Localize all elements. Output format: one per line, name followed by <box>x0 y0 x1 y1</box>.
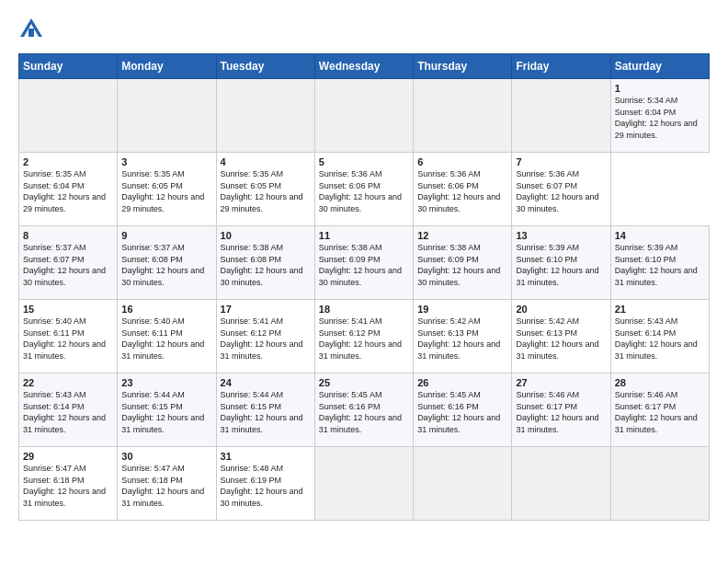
calendar-cell-empty <box>216 79 314 153</box>
calendar-cell-24: 24Sunrise: 5:44 AMSunset: 6:15 PMDayligh… <box>216 373 314 447</box>
calendar-week-3: 8Sunrise: 5:37 AMSunset: 6:07 PMDaylight… <box>19 226 710 300</box>
calendar-cell-27: 27Sunrise: 5:46 AMSunset: 6:17 PMDayligh… <box>512 373 610 447</box>
header-day-tuesday: Tuesday <box>216 54 314 79</box>
calendar-week-4: 15Sunrise: 5:40 AMSunset: 6:11 PMDayligh… <box>19 300 710 373</box>
header-day-friday: Friday <box>512 54 610 79</box>
logo <box>18 17 48 42</box>
header-day-wednesday: Wednesday <box>314 54 413 79</box>
calendar-cell-23: 23Sunrise: 5:44 AMSunset: 6:15 PMDayligh… <box>118 373 216 447</box>
calendar-cell-18: 18Sunrise: 5:41 AMSunset: 6:12 PMDayligh… <box>314 300 413 373</box>
calendar-cell-3: 3Sunrise: 5:35 AMSunset: 6:05 PMDaylight… <box>118 153 216 226</box>
calendar-cell-13: 13Sunrise: 5:39 AMSunset: 6:10 PMDayligh… <box>512 226 610 300</box>
calendar-cell-9: 9Sunrise: 5:37 AMSunset: 6:08 PMDaylight… <box>118 226 216 300</box>
calendar-cell-empty <box>512 79 610 153</box>
calendar-cell-empty <box>610 447 709 521</box>
calendar-cell-21: 21Sunrise: 5:43 AMSunset: 6:14 PMDayligh… <box>610 300 709 373</box>
calendar-container: SundayMondayTuesdayWednesdayThursdayFrid… <box>0 0 728 530</box>
calendar-cell-16: 16Sunrise: 5:40 AMSunset: 6:11 PMDayligh… <box>118 300 216 373</box>
calendar-cell-17: 17Sunrise: 5:41 AMSunset: 6:12 PMDayligh… <box>216 300 314 373</box>
calendar-table: SundayMondayTuesdayWednesdayThursdayFrid… <box>18 53 710 521</box>
calendar-cell-10: 10Sunrise: 5:38 AMSunset: 6:08 PMDayligh… <box>216 226 314 300</box>
header-day-saturday: Saturday <box>610 54 709 79</box>
calendar-week-2: 2Sunrise: 5:35 AMSunset: 6:04 PMDaylight… <box>19 153 710 226</box>
header-row-days: SundayMondayTuesdayWednesdayThursdayFrid… <box>19 54 710 79</box>
calendar-cell-empty <box>512 447 610 521</box>
header-day-monday: Monday <box>118 54 216 79</box>
calendar-cell-14: 14Sunrise: 5:39 AMSunset: 6:10 PMDayligh… <box>610 226 709 300</box>
calendar-cell-empty <box>19 79 118 153</box>
calendar-cell-12: 12Sunrise: 5:38 AMSunset: 6:09 PMDayligh… <box>414 226 512 300</box>
calendar-cell-20: 20Sunrise: 5:42 AMSunset: 6:13 PMDayligh… <box>512 300 610 373</box>
calendar-cell-empty <box>414 447 512 521</box>
calendar-cell-empty <box>314 79 413 153</box>
calendar-cell-11: 11Sunrise: 5:38 AMSunset: 6:09 PMDayligh… <box>314 226 413 300</box>
header-row <box>18 17 710 42</box>
calendar-cell-26: 26Sunrise: 5:45 AMSunset: 6:16 PMDayligh… <box>414 373 512 447</box>
calendar-cell-empty <box>314 447 413 521</box>
calendar-header: SundayMondayTuesdayWednesdayThursdayFrid… <box>19 54 710 79</box>
calendar-cell-7: 7Sunrise: 5:36 AMSunset: 6:07 PMDaylight… <box>512 153 610 226</box>
svg-rect-2 <box>28 29 34 37</box>
calendar-cell-2: 2Sunrise: 5:35 AMSunset: 6:04 PMDaylight… <box>19 153 118 226</box>
calendar-cell-22: 22Sunrise: 5:43 AMSunset: 6:14 PMDayligh… <box>19 373 118 447</box>
calendar-week-6: 29Sunrise: 5:47 AMSunset: 6:18 PMDayligh… <box>19 447 710 521</box>
calendar-cell-25: 25Sunrise: 5:45 AMSunset: 6:16 PMDayligh… <box>314 373 413 447</box>
calendar-cell-empty <box>118 79 216 153</box>
logo-icon <box>18 17 44 42</box>
calendar-week-5: 22Sunrise: 5:43 AMSunset: 6:14 PMDayligh… <box>19 373 710 447</box>
calendar-week-1: 1Sunrise: 5:34 AMSunset: 6:04 PMDaylight… <box>19 79 710 153</box>
calendar-cell-31: 31Sunrise: 5:48 AMSunset: 6:19 PMDayligh… <box>216 447 314 521</box>
calendar-cell-19: 19Sunrise: 5:42 AMSunset: 6:13 PMDayligh… <box>414 300 512 373</box>
calendar-cell-30: 30Sunrise: 5:47 AMSunset: 6:18 PMDayligh… <box>118 447 216 521</box>
header-day-sunday: Sunday <box>19 54 118 79</box>
header-day-thursday: Thursday <box>414 54 512 79</box>
calendar-cell-1: 1Sunrise: 5:34 AMSunset: 6:04 PMDaylight… <box>610 79 709 153</box>
calendar-body: 1Sunrise: 5:34 AMSunset: 6:04 PMDaylight… <box>19 79 710 521</box>
calendar-cell-29: 29Sunrise: 5:47 AMSunset: 6:18 PMDayligh… <box>19 447 118 521</box>
calendar-cell-8: 8Sunrise: 5:37 AMSunset: 6:07 PMDaylight… <box>19 226 118 300</box>
calendar-cell-6: 6Sunrise: 5:36 AMSunset: 6:06 PMDaylight… <box>414 153 512 226</box>
calendar-cell-empty <box>414 79 512 153</box>
calendar-cell-15: 15Sunrise: 5:40 AMSunset: 6:11 PMDayligh… <box>19 300 118 373</box>
calendar-cell-28: 28Sunrise: 5:46 AMSunset: 6:17 PMDayligh… <box>610 373 709 447</box>
calendar-cell-4: 4Sunrise: 5:35 AMSunset: 6:05 PMDaylight… <box>216 153 314 226</box>
calendar-cell-5: 5Sunrise: 5:36 AMSunset: 6:06 PMDaylight… <box>314 153 413 226</box>
